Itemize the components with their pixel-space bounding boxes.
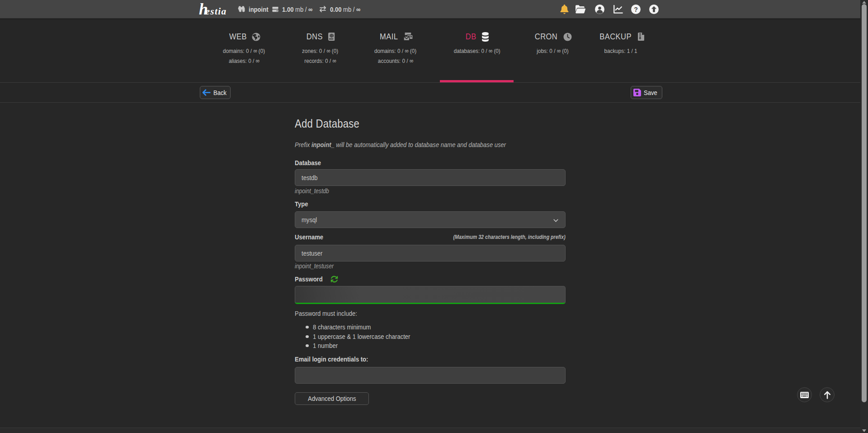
svg-text:?: ? bbox=[634, 5, 638, 13]
svg-text:estia: estia bbox=[206, 6, 226, 17]
